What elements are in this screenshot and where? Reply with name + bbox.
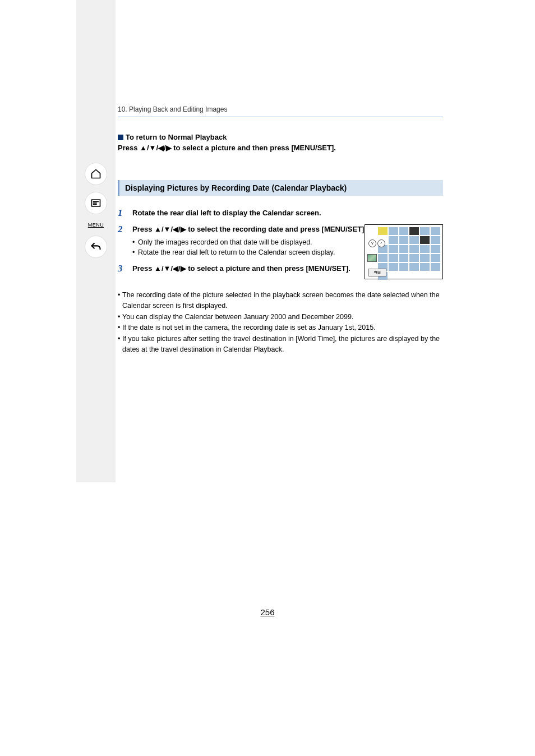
dial-icons: v ^ [368, 239, 385, 247]
page-content: 10. Playing Back and Editing Images To r… [118, 105, 443, 355]
note-item: You can display the Calendar between Jan… [118, 312, 443, 322]
step-number: 2 [118, 224, 132, 258]
calendar-thumbnail-figure: v ^ ⇆⊞ [365, 224, 443, 279]
note-item: The recording date of the picture select… [118, 290, 443, 312]
step-number: 3 [118, 264, 132, 274]
home-icon[interactable] [85, 163, 107, 185]
section-heading: Displaying Pictures by Recording Date (C… [118, 180, 443, 196]
dial-right-icon: ^ [377, 239, 385, 247]
notes-block: The recording date of the picture select… [118, 290, 443, 355]
back-icon[interactable] [85, 236, 107, 258]
step-main: Rotate the rear dial left to display the… [132, 209, 321, 217]
step-2: 2 Press ▲/▼/◀/▶ to select the recording … [118, 224, 443, 258]
step-main: Press ▲/▼/◀/▶ to select a picture and th… [132, 264, 350, 273]
square-marker-icon [118, 135, 123, 140]
page-number[interactable]: 256 [0, 607, 535, 617]
return-normal-instruction: Press ▲/▼/◀/▶ to select a picture and th… [118, 144, 443, 152]
return-normal-heading: To return to Normal Playback [118, 133, 443, 141]
menu-label[interactable]: MENU [88, 222, 104, 228]
step-main: Press ▲/▼/◀/▶ to select the recording da… [132, 225, 366, 233]
dial-left-icon: v [368, 239, 376, 247]
breadcrumb: 10. Playing Back and Editing Images [118, 105, 443, 117]
step-1: 1 Rotate the rear dial left to display t… [118, 208, 443, 219]
toc-icon[interactable] [85, 192, 107, 214]
thumb-footer-icon: ⇆⊞ [368, 269, 386, 276]
note-item: If you take pictures after setting the t… [118, 334, 443, 356]
step-number: 1 [118, 208, 132, 219]
steps-list: 1 Rotate the rear dial left to display t… [118, 208, 443, 274]
return-normal-title: To return to Normal Playback [126, 133, 227, 141]
note-item: If the date is not set in the camera, th… [118, 322, 443, 333]
sidebar-nav: MENU [76, 163, 116, 258]
